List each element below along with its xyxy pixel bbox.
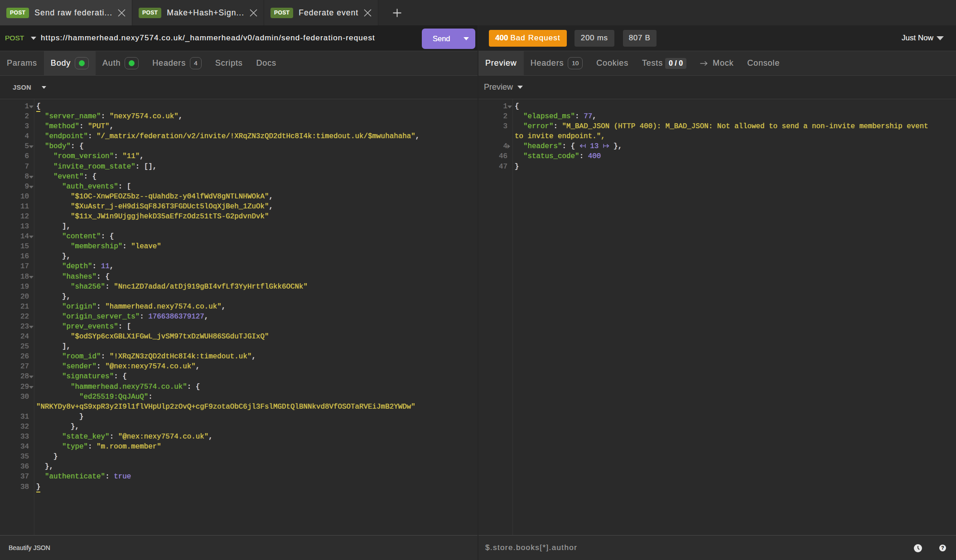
svg-text:?: ? <box>941 545 944 550</box>
